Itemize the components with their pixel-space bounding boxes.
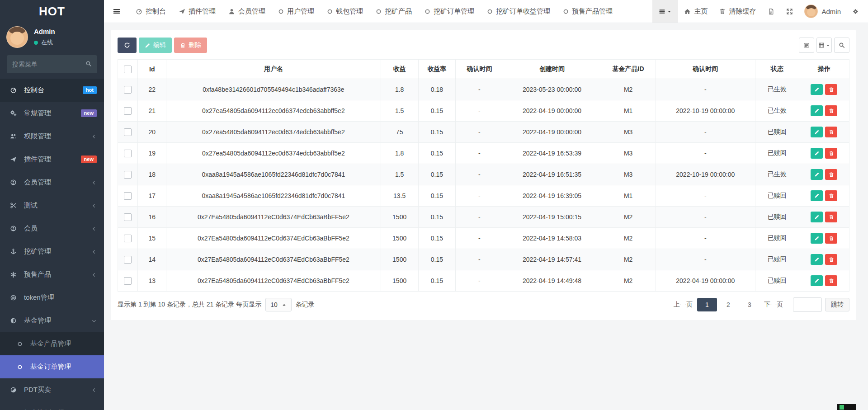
menu-search-input[interactable] <box>7 55 97 73</box>
row-delete-button[interactable] <box>825 148 837 159</box>
row-delete-button[interactable] <box>825 169 837 180</box>
online-dot-icon <box>34 41 38 45</box>
row-edit-button[interactable] <box>811 190 823 201</box>
row-edit-button[interactable] <box>811 169 823 180</box>
circle-icon <box>327 9 333 14</box>
next-page-button[interactable]: 下一页 <box>761 298 786 311</box>
sidebar-item-dashboard[interactable]: 控制台hot <box>0 79 104 102</box>
top-tab-mining-order[interactable]: 挖矿订单管理 <box>418 0 481 23</box>
row-actions <box>802 84 846 95</box>
card-view-button[interactable] <box>799 38 814 53</box>
top-tab-addon[interactable]: 插件管理 <box>172 0 222 23</box>
sidebar-item-commission[interactable]: 佣金比例（级） <box>0 401 104 410</box>
sidebar-toggle-button[interactable] <box>104 0 129 23</box>
cell-fund_id: M2 <box>601 249 656 270</box>
row-checkbox[interactable] <box>124 150 132 157</box>
cell-id: 21 <box>138 100 166 122</box>
cell-username: 0x27Ea54805da6094112eC0d6374EdCb63aBbFF5… <box>166 207 381 228</box>
page-button-3[interactable]: 3 <box>740 298 760 311</box>
delete-button[interactable]: 删除 <box>174 38 207 53</box>
settings-button[interactable] <box>846 0 868 23</box>
row-checkbox[interactable] <box>124 128 132 136</box>
circle-icon-wrap <box>17 341 26 347</box>
row-checkbox[interactable] <box>124 277 132 285</box>
chevron-left-icon <box>91 272 97 278</box>
sidebar-item-test[interactable]: 测试 <box>0 194 104 217</box>
sidebar-item-member[interactable]: 会员 <box>0 217 104 240</box>
fullscreen-button[interactable] <box>780 0 799 23</box>
page-button-2[interactable]: 2 <box>718 298 738 311</box>
row-edit-button[interactable] <box>811 148 823 159</box>
top-tab-dashboard[interactable]: 控制台 <box>129 0 172 23</box>
row-edit-button[interactable] <box>811 254 823 265</box>
row-delete-button[interactable] <box>825 212 837 222</box>
sidebar-item-addon[interactable]: 插件管理new <box>0 148 104 171</box>
row-checkbox[interactable] <box>124 213 132 221</box>
sidebar-item-pdt[interactable]: PDT买卖 <box>0 378 104 401</box>
row-checkbox[interactable] <box>124 192 132 200</box>
tab-list-dropdown-button[interactable] <box>652 0 678 23</box>
row-delete-button[interactable] <box>825 275 837 286</box>
sidebar-item-presale[interactable]: 预售产品 <box>0 263 104 286</box>
sidebar-item-fund-product[interactable]: 基金产品管理 <box>0 332 104 355</box>
sidebar-item-member-manage[interactable]: 会员管理 <box>0 171 104 194</box>
pencil-icon <box>814 278 820 283</box>
row-edit-button[interactable] <box>811 275 823 286</box>
row-actions <box>802 127 846 137</box>
cell-create_time: 2022-04-19 16:39:05 <box>503 185 601 207</box>
page-size-select[interactable]: 10 <box>265 298 292 311</box>
row-checkbox[interactable] <box>124 171 132 179</box>
row-edit-button[interactable] <box>811 84 823 95</box>
row-edit-button[interactable] <box>811 127 823 137</box>
select-all-checkbox[interactable] <box>124 66 132 73</box>
row-checkbox[interactable] <box>124 107 132 115</box>
grid-icon <box>818 42 825 48</box>
page-jump-button[interactable]: 跳转 <box>825 298 849 311</box>
sidebar-item-token[interactable]: token管理 <box>0 286 104 309</box>
topbar-user-menu[interactable]: Admin <box>799 0 846 23</box>
top-tab-mining-income[interactable]: 挖矿订单收益管理 <box>481 0 557 23</box>
page-jump-input[interactable] <box>793 297 822 312</box>
check-update-button[interactable] <box>762 0 780 23</box>
top-tab-label: 控制台 <box>146 7 166 16</box>
cell-fund_id: M2 <box>601 207 656 228</box>
sidebar-item-fund[interactable]: 基金管理 <box>0 309 104 332</box>
sidebar-item-general[interactable]: 常规管理new <box>0 102 104 125</box>
table-row: 170xaa8a1945a4586ae1065fd22346d81dfc7d0c… <box>118 185 849 207</box>
pdt-icon-wrap <box>10 386 20 393</box>
cell-confirm_time: - <box>456 228 503 249</box>
cell-id: 13 <box>138 270 166 292</box>
topbar: 控制台插件管理会员管理用户管理钱包管理挖矿产品挖矿订单管理挖矿订单收益管理预售产… <box>104 0 868 23</box>
row-edit-button[interactable] <box>811 105 823 116</box>
row-checkbox[interactable] <box>124 256 132 264</box>
avatar[interactable] <box>6 26 28 48</box>
row-delete-button[interactable] <box>825 190 837 201</box>
home-link[interactable]: 主页 <box>678 0 713 23</box>
row-checkbox[interactable] <box>124 86 132 94</box>
row-checkbox[interactable] <box>124 235 132 242</box>
refresh-button[interactable] <box>118 38 137 53</box>
sidebar-item-label: PDT买卖 <box>24 386 51 394</box>
top-tab-user[interactable]: 用户管理 <box>272 0 321 23</box>
row-delete-button[interactable] <box>825 84 837 95</box>
top-tab-mining-product[interactable]: 挖矿产品 <box>369 0 418 23</box>
page-button-1[interactable]: 1 <box>697 298 717 311</box>
row-delete-button[interactable] <box>825 127 837 137</box>
prev-page-button[interactable]: 上一页 <box>670 298 696 311</box>
sidebar-item-auth[interactable]: 权限管理 <box>0 125 104 148</box>
top-tab-presale-product[interactable]: 预售产品管理 <box>557 0 619 23</box>
row-delete-button[interactable] <box>825 233 837 244</box>
sidebar-item-mining[interactable]: 挖矿管理 <box>0 240 104 263</box>
row-delete-button[interactable] <box>825 254 837 265</box>
cell-income: 1500 <box>381 228 418 249</box>
top-tab-member[interactable]: 会员管理 <box>222 0 272 23</box>
columns-button[interactable] <box>816 38 832 53</box>
row-edit-button[interactable] <box>811 233 823 244</box>
edit-button[interactable]: 编辑 <box>139 38 172 53</box>
search-toggle-button[interactable] <box>834 38 849 53</box>
row-delete-button[interactable] <box>825 105 837 116</box>
clear-cache-button[interactable]: 清除缓存 <box>713 0 762 23</box>
top-tab-wallet[interactable]: 钱包管理 <box>321 0 369 23</box>
row-edit-button[interactable] <box>811 212 823 222</box>
sidebar-item-fund-order[interactable]: 基金订单管理 <box>0 355 104 378</box>
